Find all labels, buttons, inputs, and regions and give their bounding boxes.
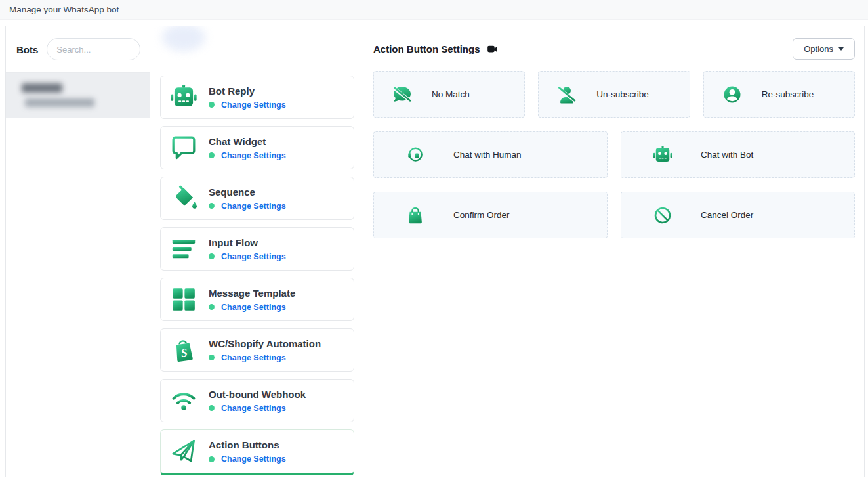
main-card: Bots Bot Reply Change Settings xyxy=(5,26,865,477)
robot-icon xyxy=(169,83,198,112)
action-label: No Match xyxy=(432,89,470,99)
robot-icon xyxy=(652,144,674,165)
action-label: Chat with Bot xyxy=(701,150,753,160)
feature-card-shopify-automation[interactable]: S WC/Shopify Automation Change Settings xyxy=(160,328,354,372)
bot-name-redacted xyxy=(22,83,62,93)
page-title: Manage your WhatsApp bot xyxy=(9,5,119,14)
feature-title: Input Flow xyxy=(209,237,286,248)
change-settings-link[interactable]: Change Settings xyxy=(221,151,286,160)
feature-title: Chat Widget xyxy=(209,136,286,147)
feature-title: Bot Reply xyxy=(209,85,286,97)
blurred-avatar-blob xyxy=(162,26,205,51)
caret-down-icon xyxy=(838,47,844,51)
ban-icon xyxy=(652,205,674,226)
status-dot xyxy=(209,102,215,108)
feature-card-action-buttons[interactable]: Action Buttons Change Settings xyxy=(160,429,354,475)
action-box-resubscribe[interactable]: Re-subscribe xyxy=(703,71,855,118)
action-label: Re-subscribe xyxy=(762,89,814,99)
user-circle-icon xyxy=(722,84,744,105)
features-column: Bot Reply Change Settings Chat Widget Ch… xyxy=(150,26,363,477)
action-button-settings-panel: Action Button Settings Options No Match xyxy=(363,26,864,477)
status-dot xyxy=(209,355,215,360)
action-box-no-match[interactable]: No Match xyxy=(373,71,525,118)
bots-panel-title: Bots xyxy=(16,44,38,55)
feature-title: Message Template xyxy=(209,288,295,299)
headset-icon xyxy=(405,144,427,165)
change-settings-link[interactable]: Change Settings xyxy=(221,252,286,261)
grid-squares-icon xyxy=(169,285,198,314)
video-camera-icon[interactable] xyxy=(487,45,497,53)
comment-slash-icon xyxy=(392,84,414,105)
feature-title: WC/Shopify Automation xyxy=(209,338,321,349)
status-dot xyxy=(209,405,215,411)
user-slash-icon xyxy=(556,84,579,105)
bots-search-input[interactable] xyxy=(47,38,140,60)
feature-card-outbound-webhook[interactable]: Out-bound Webhook Change Settings xyxy=(160,379,354,422)
status-dot xyxy=(209,456,215,462)
action-label: Un-subscribe xyxy=(596,89,649,99)
bots-header: Bots xyxy=(6,26,150,72)
status-dot xyxy=(209,253,215,259)
action-box-unsubscribe[interactable]: Un-subscribe xyxy=(538,71,690,118)
status-dot xyxy=(209,203,215,209)
wifi-icon xyxy=(169,386,198,415)
feature-card-message-template[interactable]: Message Template Change Settings xyxy=(160,278,354,321)
change-settings-link[interactable]: Change Settings xyxy=(221,202,286,211)
feature-title: Action Buttons xyxy=(209,439,286,450)
bot-phone-redacted xyxy=(25,98,94,107)
fill-drip-icon xyxy=(169,184,198,213)
bot-list-item-selected[interactable] xyxy=(6,72,150,118)
change-settings-link[interactable]: Change Settings xyxy=(221,100,286,110)
change-settings-link[interactable]: Change Settings xyxy=(221,454,286,464)
bots-panel: Bots xyxy=(6,26,150,477)
feature-card-bot-reply[interactable]: Bot Reply Change Settings xyxy=(160,76,354,119)
status-dot xyxy=(209,304,215,310)
feature-card-input-flow[interactable]: Input Flow Change Settings xyxy=(160,227,354,271)
paper-plane-icon xyxy=(169,437,198,466)
shopify-bag-icon: S xyxy=(169,336,198,364)
action-label: Chat with Human xyxy=(453,150,522,160)
topbar: Manage your WhatsApp bot xyxy=(0,0,868,20)
feature-title: Out-bound Webhook xyxy=(209,389,306,400)
panel-header: Action Button Settings Options xyxy=(373,37,855,60)
action-box-confirm-order[interactable]: Confirm Order xyxy=(373,192,608,238)
action-box-chat-with-human[interactable]: Chat with Human xyxy=(373,131,608,178)
action-box-cancel-order[interactable]: Cancel Order xyxy=(621,192,855,238)
feature-title: Sequence xyxy=(209,186,286,198)
status-dot xyxy=(209,152,215,158)
panel-title: Action Button Settings xyxy=(373,43,480,54)
comment-icon xyxy=(169,133,198,162)
shopping-bag-icon xyxy=(405,205,427,226)
options-button[interactable]: Options xyxy=(793,38,855,60)
change-settings-link[interactable]: Change Settings xyxy=(221,303,286,312)
change-settings-link[interactable]: Change Settings xyxy=(221,404,286,413)
action-label: Cancel Order xyxy=(701,210,753,220)
align-bars-icon xyxy=(169,234,198,263)
feature-card-chat-widget[interactable]: Chat Widget Change Settings xyxy=(160,126,354,169)
action-buttons-grid: No Match Un-subscribe Re-subscribe xyxy=(373,71,855,238)
change-settings-link[interactable]: Change Settings xyxy=(221,353,286,362)
feature-card-sequence[interactable]: Sequence Change Settings xyxy=(160,177,354,220)
action-label: Confirm Order xyxy=(453,210,510,220)
action-box-chat-with-bot[interactable]: Chat with Bot xyxy=(621,131,855,178)
